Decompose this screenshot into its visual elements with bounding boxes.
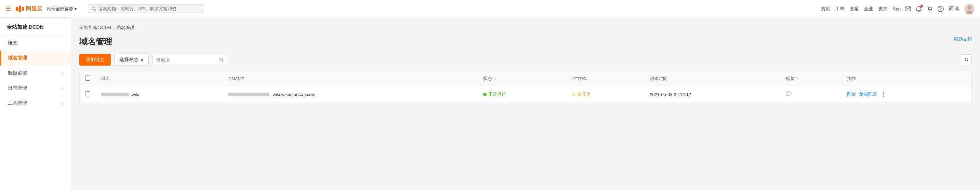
chevron-down-icon-tools: ∨ [61, 101, 64, 106]
svg-line-14 [222, 60, 223, 62]
logo-text: 阿里云 [26, 5, 42, 12]
breadcrumb-separator: / [113, 25, 115, 30]
tag-svg [786, 91, 792, 97]
nav-link-beian[interactable]: 备案 [850, 6, 859, 12]
search-input[interactable] [98, 6, 200, 11]
sidebar-title: 全站加速 DCDN [0, 18, 71, 36]
sidebar-item-log[interactable]: 日志管理 ∨ [0, 81, 71, 96]
page-header: 域名管理 帮助文档 [80, 36, 972, 47]
th-https: HTTPS [566, 71, 644, 86]
domain-cell: .wiki [96, 86, 223, 103]
help-icon-btn[interactable]: ? [938, 6, 944, 12]
action-group: 配置 复制配置 ⋮ [847, 91, 966, 98]
global-search[interactable] [88, 5, 204, 13]
created-cell: 2021-05-03 22:14:12 [644, 86, 780, 103]
help-icon: ? [938, 6, 944, 12]
domain-search[interactable] [152, 55, 228, 65]
sidebar-item-label-overview: 概览 [8, 40, 64, 46]
timestamp: 2021-05-03 22:14:12 [650, 92, 691, 97]
svg-rect-0 [16, 7, 19, 11]
notification-icon-btn[interactable] [916, 6, 922, 12]
https-text: 未开启 [577, 91, 590, 97]
cart-icon-btn[interactable] [927, 6, 933, 12]
action-copy-config[interactable]: 复制配置 [859, 91, 877, 97]
table-header-row: 域名 CNAME 状态 ▽ HTTPS [80, 71, 972, 86]
notification-dot [920, 5, 923, 8]
page-title: 域名管理 [80, 36, 112, 47]
th-status: 状态 ▽ [478, 71, 566, 86]
nav-link-app[interactable]: App [893, 6, 900, 11]
domain-suffix: .wiki [130, 92, 139, 97]
svg-point-15 [787, 93, 788, 94]
https-cell: ⚠ 未开启 [566, 86, 644, 103]
nav-icon-group: ? 简体 [905, 4, 975, 14]
svg-text:?: ? [940, 7, 942, 11]
row-checkbox[interactable] [85, 91, 90, 97]
th-domain: 域名 [96, 71, 223, 86]
refresh-button[interactable]: ↻ [961, 54, 972, 65]
language-selector[interactable]: 简体 [948, 5, 959, 12]
status-ok-dot [483, 93, 487, 96]
svg-point-11 [968, 6, 971, 10]
main-content: 全站加速 DCDN / 域名管理 域名管理 帮助文档 添加域名 选择标签 ∨ [71, 18, 980, 190]
svg-point-7 [931, 10, 931, 11]
sidebar: 全站加速 DCDN 概览 域名管理 数据监控 ∨ 日志管理 ∨ 工具管理 ∨ [0, 18, 71, 190]
th-tag: 标签 ? [780, 71, 842, 86]
svg-line-4 [95, 10, 96, 11]
nav-link-support[interactable]: 支持 [878, 6, 887, 12]
row-checkbox-cell [80, 86, 96, 103]
select-tag-button[interactable]: 选择标签 ∨ [114, 54, 149, 66]
toolbar: 添加域名 选择标签 ∨ ↻ [80, 54, 972, 66]
action-config[interactable]: 配置 [847, 91, 856, 97]
logo: 阿里云 [15, 4, 42, 14]
sidebar-item-overview[interactable]: 概览 [0, 36, 71, 51]
sidebar-item-label-tools: 工具管理 [8, 100, 61, 106]
tag-cell [780, 86, 842, 103]
cname-suffix: .wiki.w.kunluncan.com [272, 92, 316, 97]
action-cell: 配置 复制配置 ⋮ [842, 86, 972, 103]
nav-link-enterprise[interactable]: 企业 [864, 6, 873, 12]
top-navigation: ☰ 阿里云 账号全部资源 ▾ 费用 工单 备案 企业 支持 App [0, 0, 980, 18]
add-domain-button[interactable]: 添加域名 [80, 54, 111, 66]
th-action: 操作 [842, 71, 972, 86]
menu-icon[interactable]: ☰ [5, 5, 11, 13]
chevron-down-icon-log: ∨ [61, 86, 64, 90]
avatar-image [965, 4, 974, 14]
filter-icon-status[interactable]: ▽ [493, 76, 496, 81]
search-icon [92, 6, 96, 11]
sidebar-item-monitor[interactable]: 数据监控 ∨ [0, 66, 71, 81]
help-link[interactable]: 帮助文档 [954, 36, 972, 43]
account-selector[interactable]: 账号全部资源 ▾ [46, 6, 77, 12]
sidebar-item-domain[interactable]: 域名管理 [0, 51, 71, 66]
chevron-down-icon-tag: ∨ [140, 57, 144, 63]
search-icon-toolbar [219, 57, 224, 62]
svg-rect-1 [19, 5, 21, 12]
cart-icon [927, 6, 933, 12]
help-icon-tag[interactable]: ? [796, 76, 799, 81]
th-checkbox [80, 71, 96, 86]
main-layout: 全站加速 DCDN 概览 域名管理 数据监控 ∨ 日志管理 ∨ 工具管理 ∨ 全… [0, 18, 980, 190]
th-created: 创建时间 [644, 71, 780, 86]
nav-links: 费用 工单 备案 企业 支持 App [821, 6, 900, 12]
nav-link-ticket[interactable]: 工单 [835, 6, 844, 12]
action-more-btn[interactable]: ⋮ [880, 91, 886, 98]
sidebar-item-label-monitor: 数据监控 [8, 70, 61, 76]
domain-blur [101, 93, 129, 96]
chevron-down-icon-monitor: ∨ [61, 71, 64, 76]
breadcrumb: 全站加速 DCDN / 域名管理 [80, 25, 972, 31]
status-text: 正常运行 [488, 91, 506, 97]
tag-icon [786, 92, 792, 97]
logo-icon [15, 4, 25, 14]
toolbar-right: ↻ [961, 54, 972, 65]
mail-icon-btn[interactable] [905, 6, 911, 12]
nav-link-fee[interactable]: 费用 [821, 6, 830, 12]
select-all-checkbox[interactable] [85, 76, 90, 81]
svg-point-6 [929, 10, 930, 11]
breadcrumb-dcdn[interactable]: 全站加速 DCDN [80, 25, 111, 31]
svg-rect-2 [22, 7, 24, 11]
sidebar-item-tools[interactable]: 工具管理 ∨ [0, 96, 71, 111]
domain-search-input[interactable] [156, 57, 217, 63]
sidebar-item-label-log: 日志管理 [8, 85, 61, 91]
cname-blur [228, 93, 269, 96]
avatar[interactable] [964, 4, 975, 14]
